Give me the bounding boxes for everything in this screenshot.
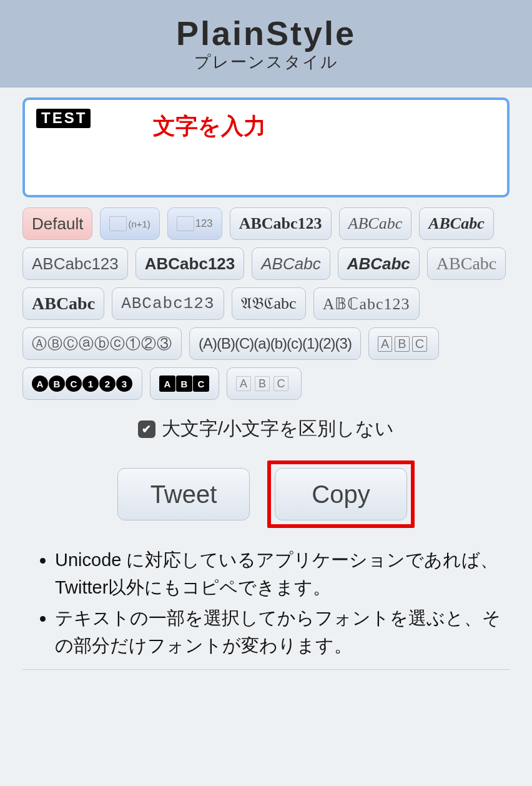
style-parenthesized[interactable]: (A)(B)(C)(a)(b)(c)(1)(2)(3) xyxy=(189,327,361,360)
style-sans-bold[interactable]: ABCabc123 xyxy=(135,247,245,280)
style-serif-italic[interactable]: ABCabc xyxy=(339,207,412,240)
footer-divider xyxy=(22,669,510,670)
style-monospace[interactable]: ABCabc123 xyxy=(112,287,224,320)
app-subtitle: プレーンスタイル xyxy=(194,51,338,73)
style-superscript[interactable]: (n+1) xyxy=(100,207,159,240)
case-insensitive-row: ✔ 大文字/小文字を区別しない xyxy=(22,416,510,442)
note-item: Unicode に対応しているアプリケーションであれば、Twitter以外にもコ… xyxy=(55,547,510,601)
style-black-squared[interactable]: A B C xyxy=(150,367,219,400)
note-item: テキストの一部を選択してからフォントを選ぶと、その部分だけフォントが変わります。 xyxy=(55,605,510,659)
input-value: TEST xyxy=(36,109,91,128)
style-sans[interactable]: ABCabc123 xyxy=(22,247,128,280)
tweet-button[interactable]: Tweet xyxy=(117,468,250,520)
style-black-circled[interactable]: A B C 1 2 3 xyxy=(22,367,142,400)
text-input-area[interactable]: TEST 文字を入力 xyxy=(22,97,510,197)
case-insensitive-checkbox[interactable]: ✔ xyxy=(138,420,155,438)
style-fraktur[interactable]: 𝔄𝔅ℭabc xyxy=(232,287,306,320)
font-style-grid: Default (n+1) 123 ABCabc123 ABCabc ABCab… xyxy=(22,207,510,400)
copy-button[interactable]: Copy xyxy=(275,468,407,520)
style-script[interactable]: ABCabc xyxy=(427,247,506,280)
style-sans-bolditalic[interactable]: ABCabc xyxy=(338,247,420,280)
style-serif-bold[interactable]: ABCabc123 xyxy=(230,207,332,240)
style-serif-bolditalic[interactable]: ABCabc xyxy=(419,207,494,240)
style-dotted-box[interactable]: A B C xyxy=(227,367,302,400)
case-insensitive-label: 大文字/小文字を区別しない xyxy=(162,416,394,442)
input-annotation: 文字を入力 xyxy=(153,111,266,142)
style-default[interactable]: Default xyxy=(22,207,92,240)
style-script-bold[interactable]: ABCabc xyxy=(22,287,104,320)
style-doublestruck[interactable]: A𝔹ℂabc123 xyxy=(313,287,420,320)
style-circled[interactable]: ⒶⒷⒸⓐⓑⓒ①②③ xyxy=(22,327,182,360)
style-subscript[interactable]: 123 xyxy=(167,207,222,240)
action-row: Tweet Copy xyxy=(22,460,510,528)
app-title: PlainStyle xyxy=(176,14,356,52)
app-header: PlainStyle プレーンスタイル xyxy=(0,0,532,87)
copy-highlight: Copy xyxy=(267,460,415,528)
notes-list: Unicode に対応しているアプリケーションであれば、Twitter以外にもコ… xyxy=(22,547,510,659)
style-sans-italic[interactable]: ABCabc xyxy=(252,247,330,280)
style-squared[interactable]: ABC xyxy=(368,327,439,360)
